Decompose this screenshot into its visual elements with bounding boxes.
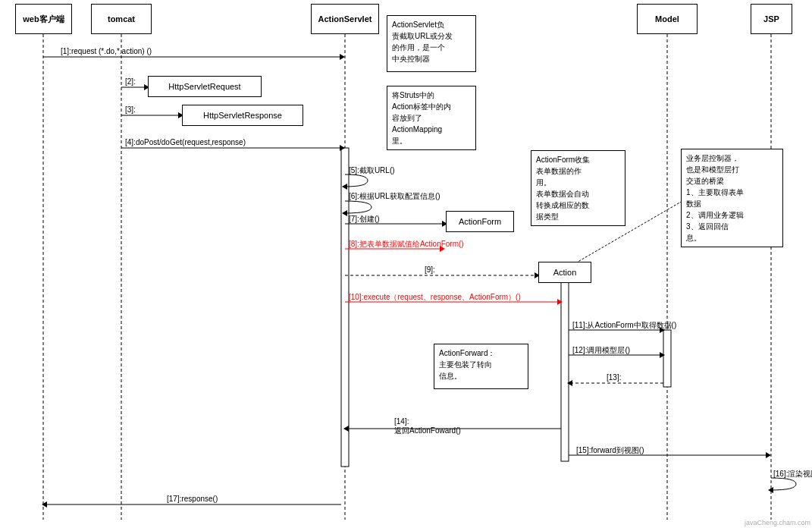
- httpservletresponse-box: HttpServletResponse: [182, 105, 303, 126]
- watermark: javaCheng.cham.com: [745, 519, 810, 526]
- lifeline-tomcat: tomcat: [91, 4, 152, 34]
- svg-marker-15: [340, 145, 345, 151]
- svg-marker-9: [340, 54, 345, 60]
- sequence-diagram: web客户端 tomcat ActionServlet Model JSP Ht…: [0, 0, 812, 528]
- note-action: 业务层控制器，也是和模型层打交道的桥梁1、主要取得表单数据2、调用业务逻辑3、返…: [681, 149, 783, 247]
- lifeline-web: web客户端: [15, 4, 72, 34]
- svg-marker-17: [342, 210, 347, 216]
- action-box: Action: [538, 262, 591, 283]
- lifeline-actionservlet: ActionServlet: [311, 4, 379, 34]
- svg-marker-35: [766, 452, 771, 458]
- msg10-label: [10]:execute（request、response、ActionForm…: [349, 292, 521, 303]
- svg-marker-38: [42, 501, 47, 508]
- svg-rect-7: [663, 330, 671, 387]
- msg17-label: [17]:response(): [167, 495, 218, 503]
- msg6-label: [6]:根据URL获取配置信息(): [349, 191, 440, 202]
- note-struts-action: 将Struts中的Action标签中的内容放到了ActionMapping里。: [387, 86, 476, 150]
- svg-rect-6: [561, 275, 569, 461]
- msg14-label: [14]:返回ActionFoward(): [394, 417, 461, 436]
- msg2-label: [2]:: [125, 77, 136, 86]
- msg9-label: [9]:: [425, 266, 435, 274]
- actionform-box: ActionForm: [446, 211, 514, 232]
- note-actionservlet: ActionServlet负责截取URL或分发的作用，是一个中央控制器: [387, 15, 476, 72]
- svg-marker-25: [557, 299, 563, 305]
- msg11-label: [11]:从ActionForm中取得数据(): [572, 320, 676, 331]
- note-actionform: ActionForm收集表单数据的作用。表单数据会自动转换成相应的数据类型: [531, 150, 625, 226]
- msg3-label: [3]:: [125, 105, 136, 114]
- svg-marker-36: [768, 487, 773, 493]
- msg1-label: [1]:request (*.do,*.action) (): [61, 47, 152, 55]
- svg-marker-33: [343, 426, 349, 432]
- msg16-label: [16]:渲染视图(): [773, 469, 812, 479]
- note-actionforward: ActionForward：主要包装了转向信息。: [434, 344, 528, 389]
- svg-rect-5: [341, 148, 349, 467]
- msg15-label: [15]:forward到视图(): [576, 445, 644, 456]
- arrows-layer: [0, 0, 812, 528]
- msg13-label: [13]:: [607, 373, 621, 382]
- svg-marker-29: [660, 352, 665, 358]
- msg4-label: [4]:doPost/doGet(request,response): [125, 138, 246, 146]
- svg-marker-16: [342, 184, 347, 190]
- svg-marker-31: [567, 380, 572, 386]
- lifeline-jsp: JSP: [751, 4, 792, 34]
- msg12-label: [12]:调用模型层(): [572, 345, 630, 356]
- msg5-label: [5]:截取URL(): [349, 165, 395, 176]
- msg8-label: [8]:把表单数据赋值给ActionForm(): [349, 239, 464, 250]
- lifeline-model: Model: [637, 4, 698, 34]
- httpservletrequest-box: HttpServletRequest: [148, 76, 262, 97]
- msg7-label: [7]:创建(): [349, 214, 380, 225]
